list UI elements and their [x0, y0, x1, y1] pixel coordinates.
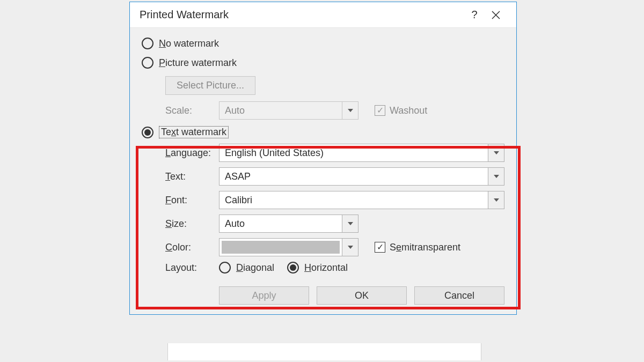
- radio-text-watermark[interactable]: Text watermark: [142, 126, 504, 138]
- radio-icon: [219, 262, 231, 274]
- layout-label: Layout:: [165, 262, 219, 274]
- checkbox-icon: ✓: [375, 242, 385, 253]
- text-combo[interactable]: ASAP: [219, 167, 504, 186]
- radio-icon: [287, 262, 299, 274]
- scale-value: Auto: [219, 102, 342, 119]
- dialog-title: Printed Watermark: [140, 9, 464, 21]
- radio-icon: [142, 127, 153, 138]
- radio-icon: [142, 38, 153, 49]
- scale-label: Scale:: [165, 105, 219, 116]
- chevron-down-icon: [342, 102, 358, 119]
- semitransparent-label: Semitransparent: [390, 242, 460, 253]
- radio-no-watermark[interactable]: No watermark: [142, 38, 504, 49]
- dialog-content: No watermark Picture watermark Select Pi…: [130, 28, 516, 284]
- radio-icon: [142, 57, 153, 69]
- layout-row: Layout: Diagonal Horizontal: [165, 262, 504, 274]
- close-button[interactable]: [485, 10, 507, 20]
- ok-button[interactable]: OK: [317, 286, 407, 305]
- color-row: Color: ✓ Semitransparent: [165, 238, 504, 256]
- font-value: Calibri: [219, 191, 488, 209]
- picture-watermark-group: Select Picture... Scale: Auto ✓ Washout: [142, 76, 504, 120]
- radio-label-focused: Text watermark: [159, 126, 229, 138]
- color-combo[interactable]: [219, 238, 358, 256]
- washout-checkbox: ✓ Washout: [375, 105, 427, 116]
- radio-label: Picture watermark: [159, 57, 237, 69]
- language-value: English (United States): [219, 144, 488, 161]
- washout-label: Washout: [390, 105, 427, 116]
- radio-horizontal[interactable]: Horizontal: [287, 262, 348, 274]
- help-button[interactable]: ?: [464, 9, 485, 21]
- text-watermark-group: Language: English (United States) Text: …: [142, 144, 504, 274]
- dialog-titlebar: Printed Watermark ?: [130, 2, 516, 28]
- size-label: Size:: [165, 218, 219, 230]
- semitransparent-checkbox[interactable]: ✓ Semitransparent: [375, 242, 460, 253]
- language-combo[interactable]: English (United States): [219, 144, 504, 162]
- radio-picture-watermark[interactable]: Picture watermark: [142, 57, 504, 69]
- diagonal-label: Diagonal: [236, 262, 274, 274]
- chevron-down-icon[interactable]: [488, 144, 504, 161]
- cancel-button[interactable]: Cancel: [414, 286, 504, 305]
- chevron-down-icon[interactable]: [488, 168, 504, 185]
- horizontal-label: Horizontal: [304, 262, 348, 274]
- color-label: Color:: [165, 242, 219, 253]
- font-combo[interactable]: Calibri: [219, 191, 504, 209]
- font-label: Font:: [165, 195, 219, 206]
- chevron-down-icon[interactable]: [342, 215, 358, 232]
- scale-row: Scale: Auto ✓ Washout: [165, 101, 504, 120]
- apply-button[interactable]: Apply: [219, 286, 309, 305]
- color-swatch: [222, 241, 340, 254]
- scale-combo: Auto: [219, 101, 358, 120]
- size-value: Auto: [219, 215, 342, 232]
- chevron-down-icon[interactable]: [488, 191, 504, 209]
- checkbox-icon: ✓: [375, 105, 385, 116]
- radio-label: No watermark: [159, 38, 219, 49]
- text-row: Text: ASAP: [165, 167, 504, 186]
- text-value: ASAP: [219, 168, 488, 185]
- radio-diagonal[interactable]: Diagonal: [219, 262, 274, 274]
- size-combo[interactable]: Auto: [219, 215, 358, 233]
- font-row: Font: Calibri: [165, 191, 504, 209]
- select-picture-button: Select Picture...: [165, 76, 255, 95]
- text-label: Text:: [165, 171, 219, 182]
- language-row: Language: English (United States): [165, 144, 504, 162]
- printed-watermark-dialog: Printed Watermark ? No watermark Picture…: [129, 2, 517, 315]
- size-row: Size: Auto: [165, 215, 504, 233]
- close-icon: [491, 10, 501, 20]
- chevron-down-icon[interactable]: [342, 239, 358, 256]
- background-window-sliver: [167, 343, 481, 360]
- language-label: Language:: [165, 147, 219, 159]
- dialog-button-row: Apply OK Cancel: [130, 284, 516, 314]
